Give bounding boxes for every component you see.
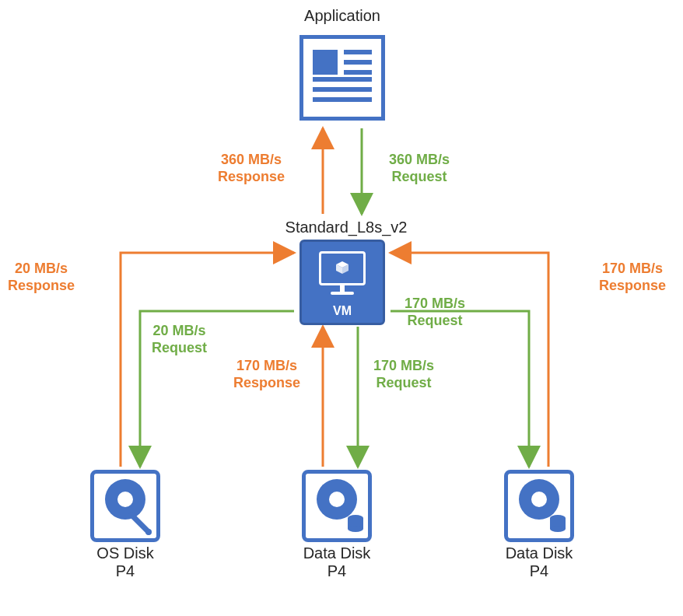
app-response-value: 360 MB/s bbox=[221, 152, 282, 167]
os-request-value: 20 MB/s bbox=[152, 323, 205, 338]
right-disk-caption: Data Disk P4 bbox=[489, 544, 590, 580]
os-disk-icon bbox=[90, 470, 160, 542]
application-title: Application bbox=[296, 6, 389, 25]
app-request-kind: Request bbox=[392, 169, 447, 184]
right-request-value: 170 MB/s bbox=[405, 296, 465, 311]
os-disk-tier: P4 bbox=[116, 562, 135, 579]
os-disk-caption: OS Disk P4 bbox=[75, 544, 176, 580]
right-disk-icon bbox=[504, 470, 574, 542]
os-request-kind: Request bbox=[152, 340, 207, 355]
diagram-canvas: Application 360 MB/s Response 360 MB/s R… bbox=[0, 0, 683, 616]
vm-type-label: Standard_L8s_v2 bbox=[280, 218, 412, 236]
label-os-request: 20 MB/s Request bbox=[152, 323, 207, 356]
label-right-request: 170 MB/s Request bbox=[405, 296, 465, 329]
os-disk-name: OS Disk bbox=[96, 544, 153, 562]
os-response-kind: Response bbox=[8, 278, 75, 293]
label-os-response: 20 MB/s Response bbox=[8, 261, 75, 294]
svg-point-0 bbox=[145, 529, 152, 535]
right-response-kind: Response bbox=[599, 278, 666, 293]
vm-icon: VM bbox=[299, 240, 385, 325]
mid-request-value: 170 MB/s bbox=[373, 358, 434, 373]
right-disk-tier: P4 bbox=[530, 562, 548, 579]
label-mid-response: 170 MB/s Response bbox=[233, 358, 300, 391]
svg-point-6 bbox=[550, 526, 566, 532]
mid-disk-icon bbox=[302, 470, 372, 542]
mid-disk-tier: P4 bbox=[327, 562, 346, 579]
mid-disk-name: Data Disk bbox=[303, 544, 371, 562]
right-response-value: 170 MB/s bbox=[602, 261, 663, 276]
application-icon bbox=[299, 35, 385, 121]
label-app-response: 360 MB/s Response bbox=[218, 152, 285, 185]
right-disk-name: Data Disk bbox=[506, 544, 573, 562]
app-request-value: 360 MB/s bbox=[389, 152, 450, 167]
app-response-kind: Response bbox=[218, 169, 285, 184]
label-right-response: 170 MB/s Response bbox=[599, 261, 666, 294]
svg-point-3 bbox=[348, 526, 363, 532]
label-app-request: 360 MB/s Request bbox=[389, 152, 450, 185]
mid-request-kind: Request bbox=[377, 375, 432, 390]
os-response-value: 20 MB/s bbox=[15, 261, 68, 276]
label-mid-request: 170 MB/s Request bbox=[373, 358, 434, 391]
mid-response-value: 170 MB/s bbox=[236, 358, 297, 373]
mid-disk-caption: Data Disk P4 bbox=[286, 544, 387, 580]
vm-caption: VM bbox=[302, 304, 383, 318]
mid-response-kind: Response bbox=[233, 375, 300, 390]
right-request-kind: Request bbox=[408, 313, 463, 328]
